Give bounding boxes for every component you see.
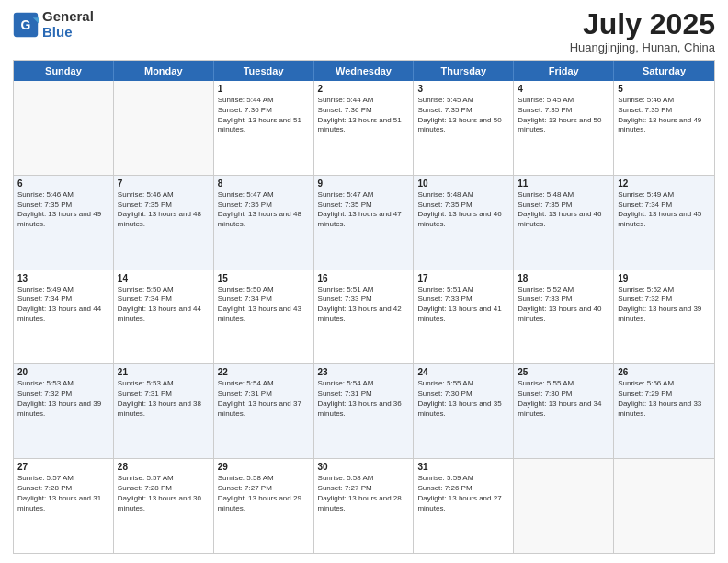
day-header-friday: Friday [514,61,614,81]
calendar-cell: 5Sunrise: 5:46 AMSunset: 7:35 PMDaylight… [614,81,714,175]
calendar-body: 1Sunrise: 5:44 AMSunset: 7:36 PMDaylight… [14,81,714,553]
calendar-cell: 26Sunrise: 5:56 AMSunset: 7:29 PMDayligh… [614,364,714,458]
day-number: 2 [318,84,410,94]
title-block: July 2025 Huangjinjing, Hunan, China [570,9,715,54]
cell-details: Sunrise: 5:45 AMSunset: 7:35 PMDaylight:… [518,96,609,135]
day-number: 15 [218,273,310,283]
calendar-cell: 27Sunrise: 5:57 AMSunset: 7:28 PMDayligh… [14,459,114,553]
calendar-cell: 19Sunrise: 5:52 AMSunset: 7:32 PMDayligh… [614,270,714,364]
day-number: 11 [518,178,609,189]
calendar-cell: 15Sunrise: 5:50 AMSunset: 7:34 PMDayligh… [214,270,314,364]
cell-details: Sunrise: 5:52 AMSunset: 7:32 PMDaylight:… [618,285,711,325]
day-number: 24 [417,367,509,377]
day-number: 7 [118,178,210,189]
calendar-cell: 29Sunrise: 5:58 AMSunset: 7:27 PMDayligh… [214,459,314,553]
day-number: 22 [218,367,310,377]
cell-details: Sunrise: 5:50 AMSunset: 7:34 PMDaylight:… [118,285,210,325]
header: G General Blue July 2025 Huangjinjing, H… [13,9,715,54]
day-number: 1 [218,84,310,94]
logo-icon: G [13,12,39,38]
cell-details: Sunrise: 5:44 AMSunset: 7:36 PMDaylight:… [318,96,410,135]
logo-text: General Blue [42,9,94,40]
day-number: 6 [17,178,109,189]
cell-details: Sunrise: 5:53 AMSunset: 7:31 PMDaylight:… [118,379,210,419]
page: G General Blue July 2025 Huangjinjing, H… [0,0,728,563]
calendar-cell: 10Sunrise: 5:48 AMSunset: 7:35 PMDayligh… [414,176,514,270]
calendar-cell: 21Sunrise: 5:53 AMSunset: 7:31 PMDayligh… [114,364,214,458]
cell-details: Sunrise: 5:57 AMSunset: 7:28 PMDaylight:… [17,474,109,513]
calendar-cell [514,459,614,553]
calendar-cell: 6Sunrise: 5:46 AMSunset: 7:35 PMDaylight… [14,176,114,270]
logo-blue: Blue [42,24,73,40]
day-number: 13 [17,273,109,283]
cell-details: Sunrise: 5:48 AMSunset: 7:35 PMDaylight:… [518,190,609,230]
calendar-cell: 1Sunrise: 5:44 AMSunset: 7:36 PMDaylight… [214,81,314,175]
day-number: 5 [618,84,711,94]
logo: G General Blue [13,9,94,40]
day-number: 9 [318,178,410,189]
day-number: 31 [417,462,509,472]
calendar-row-0: 1Sunrise: 5:44 AMSunset: 7:36 PMDaylight… [14,81,714,175]
day-number: 4 [518,84,609,94]
day-number: 26 [618,367,711,377]
calendar-cell: 30Sunrise: 5:58 AMSunset: 7:27 PMDayligh… [314,459,415,553]
calendar-cell: 8Sunrise: 5:47 AMSunset: 7:35 PMDaylight… [214,176,314,270]
cell-details: Sunrise: 5:59 AMSunset: 7:26 PMDaylight:… [417,474,509,513]
calendar-cell: 23Sunrise: 5:54 AMSunset: 7:31 PMDayligh… [314,364,415,458]
day-header-wednesday: Wednesday [314,61,415,81]
calendar-cell: 11Sunrise: 5:48 AMSunset: 7:35 PMDayligh… [514,176,614,270]
cell-details: Sunrise: 5:55 AMSunset: 7:30 PMDaylight:… [417,379,509,419]
day-header-sunday: Sunday [14,61,114,81]
cell-details: Sunrise: 5:58 AMSunset: 7:27 PMDaylight:… [218,474,310,513]
day-number: 17 [417,273,509,283]
cell-details: Sunrise: 5:49 AMSunset: 7:34 PMDaylight:… [17,285,109,325]
calendar-cell: 12Sunrise: 5:49 AMSunset: 7:34 PMDayligh… [614,176,714,270]
calendar-cell: 22Sunrise: 5:54 AMSunset: 7:31 PMDayligh… [214,364,314,458]
calendar-cell: 20Sunrise: 5:53 AMSunset: 7:32 PMDayligh… [14,364,114,458]
calendar-header: SundayMondayTuesdayWednesdayThursdayFrid… [14,61,714,81]
calendar-cell [14,81,114,175]
calendar-row-2: 13Sunrise: 5:49 AMSunset: 7:34 PMDayligh… [14,270,714,364]
day-number: 12 [618,178,711,189]
cell-details: Sunrise: 5:53 AMSunset: 7:32 PMDaylight:… [17,379,109,419]
day-number: 3 [417,84,509,94]
cell-details: Sunrise: 5:50 AMSunset: 7:34 PMDaylight:… [218,285,310,325]
day-number: 23 [318,367,410,377]
cell-details: Sunrise: 5:48 AMSunset: 7:35 PMDaylight:… [417,190,509,230]
cell-details: Sunrise: 5:49 AMSunset: 7:34 PMDaylight:… [618,190,711,230]
day-number: 8 [218,178,310,189]
cell-details: Sunrise: 5:56 AMSunset: 7:29 PMDaylight:… [618,379,711,419]
calendar-cell: 14Sunrise: 5:50 AMSunset: 7:34 PMDayligh… [114,270,214,364]
cell-details: Sunrise: 5:46 AMSunset: 7:35 PMDaylight:… [17,190,109,230]
cell-details: Sunrise: 5:55 AMSunset: 7:30 PMDaylight:… [518,379,609,419]
cell-details: Sunrise: 5:52 AMSunset: 7:33 PMDaylight:… [518,285,609,325]
cell-details: Sunrise: 5:54 AMSunset: 7:31 PMDaylight:… [318,379,410,419]
calendar-cell: 2Sunrise: 5:44 AMSunset: 7:36 PMDaylight… [314,81,415,175]
day-number: 20 [17,367,109,377]
day-header-tuesday: Tuesday [214,61,314,81]
svg-text:G: G [21,17,31,31]
calendar-cell: 17Sunrise: 5:51 AMSunset: 7:33 PMDayligh… [414,270,514,364]
calendar-cell: 9Sunrise: 5:47 AMSunset: 7:35 PMDaylight… [314,176,415,270]
calendar-cell: 18Sunrise: 5:52 AMSunset: 7:33 PMDayligh… [514,270,614,364]
cell-details: Sunrise: 5:58 AMSunset: 7:27 PMDaylight:… [318,474,410,513]
day-number: 16 [318,273,410,283]
calendar-cell: 7Sunrise: 5:46 AMSunset: 7:35 PMDaylight… [114,176,214,270]
calendar-cell: 28Sunrise: 5:57 AMSunset: 7:28 PMDayligh… [114,459,214,553]
calendar-cell: 16Sunrise: 5:51 AMSunset: 7:33 PMDayligh… [314,270,415,364]
cell-details: Sunrise: 5:47 AMSunset: 7:35 PMDaylight:… [218,190,310,230]
calendar-row-1: 6Sunrise: 5:46 AMSunset: 7:35 PMDaylight… [14,175,714,270]
cell-details: Sunrise: 5:47 AMSunset: 7:35 PMDaylight:… [318,190,410,230]
calendar-cell: 4Sunrise: 5:45 AMSunset: 7:35 PMDaylight… [514,81,614,175]
calendar-cell: 25Sunrise: 5:55 AMSunset: 7:30 PMDayligh… [514,364,614,458]
calendar-cell [614,459,714,553]
day-number: 25 [518,367,609,377]
day-number: 29 [218,462,310,472]
month-year: July 2025 [570,9,715,39]
day-number: 21 [118,367,210,377]
calendar-cell [114,81,214,175]
cell-details: Sunrise: 5:57 AMSunset: 7:28 PMDaylight:… [118,474,210,513]
day-number: 27 [17,462,109,472]
cell-details: Sunrise: 5:44 AMSunset: 7:36 PMDaylight:… [218,96,310,135]
calendar-cell: 24Sunrise: 5:55 AMSunset: 7:30 PMDayligh… [414,364,514,458]
